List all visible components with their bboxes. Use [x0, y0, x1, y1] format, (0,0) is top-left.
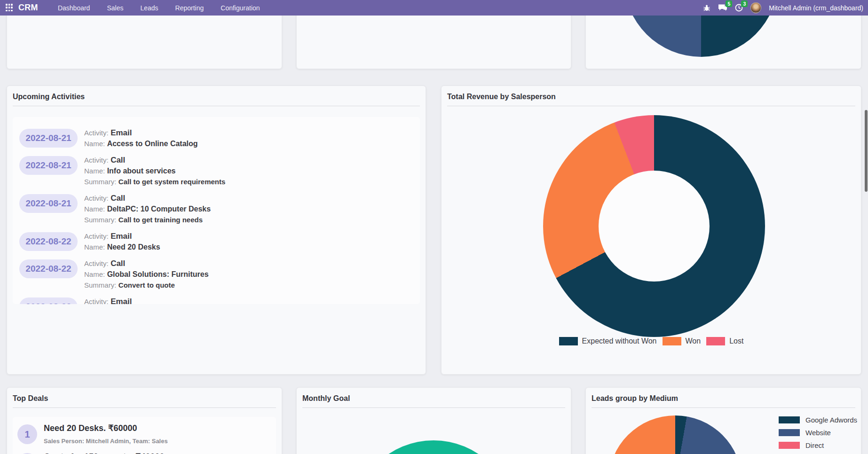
legend-swatch-blue	[779, 429, 800, 436]
total-revenue-title: Total Revenue by Salesperson	[442, 86, 861, 106]
divider	[302, 407, 565, 408]
legend-swatch-pink	[779, 442, 800, 449]
app-name[interactable]: CRM	[18, 3, 38, 13]
activity-list-item[interactable]: 2022-08-21 Activity: Call Name: DeltaPC:…	[19, 193, 420, 225]
legend-item-lost[interactable]: Lost	[706, 337, 743, 345]
legend-item-website[interactable]: Website	[779, 429, 857, 437]
divider	[592, 407, 855, 408]
upcoming-activities-title: Upcoming Activities	[7, 86, 426, 106]
activity-list-item[interactable]: 2022-08-22 Activity: Call Name: Global S…	[19, 258, 420, 290]
top-deals-title: Top Deals	[7, 388, 282, 407]
activity-date-pill: 2022-08-22	[19, 232, 78, 251]
name-label: Name:	[84, 167, 105, 175]
deal-rank-badge: 1	[17, 424, 37, 444]
activities-list: 2022-08-21 Activity: Email Name: Access …	[13, 117, 420, 304]
activity-summary: Convert to quote	[118, 281, 175, 289]
deals-list: 1 Need 20 Desks. ₹60000 Sales Person: Mi…	[13, 417, 276, 454]
activities-clock-icon[interactable]: 3	[735, 4, 743, 12]
activity-name: Access to Online Catalog	[107, 140, 198, 148]
menu-configuration[interactable]: Configuration	[214, 1, 266, 15]
vertical-scrollbar-thumb[interactable]	[865, 110, 868, 192]
legend-swatch-teal	[779, 416, 800, 423]
name-label: Name:	[84, 140, 105, 148]
activity-label: Activity:	[84, 156, 109, 164]
main-menu: Dashboard Sales Leads Reporting Configur…	[51, 1, 267, 15]
summary-label: Summary:	[84, 178, 116, 186]
leads-medium-pie-chart[interactable]	[608, 415, 742, 454]
activity-type: Email	[110, 297, 132, 304]
menu-dashboard[interactable]: Dashboard	[51, 1, 97, 15]
upcoming-activities-card: Upcoming Activities 2022-08-21 Activity:…	[7, 86, 426, 375]
legend-swatch-orange	[663, 337, 681, 345]
divider	[13, 106, 420, 106]
activity-date-pill: 2022-08-22	[19, 259, 78, 278]
total-revenue-card: Total Revenue by Salesperson Expected wi…	[441, 86, 861, 375]
menu-reporting[interactable]: Reporting	[169, 1, 211, 15]
monthly-goal-card: Monthly Goal	[296, 387, 571, 454]
name-label: Name:	[84, 270, 105, 278]
leads-medium-title: Leads group by Medium	[586, 388, 861, 407]
activity-label: Activity:	[84, 129, 109, 137]
activity-list-item[interactable]: 2022-08-21 Activity: Email Name: Access …	[19, 127, 420, 149]
summary-label: Summary:	[84, 216, 116, 224]
activity-label: Activity:	[84, 259, 109, 267]
leads-medium-card: Leads group by Medium Google Adwords Web…	[585, 387, 861, 454]
divider	[447, 106, 855, 106]
legend-item-expected[interactable]: Expected without Won	[559, 337, 657, 345]
apps-grid-icon[interactable]	[6, 4, 14, 12]
user-menu[interactable]: Mitchell Admin (crm_dashboard)	[769, 4, 863, 12]
user-avatar[interactable]	[750, 2, 761, 13]
activity-type: Email	[110, 128, 132, 137]
name-label: Name:	[84, 243, 105, 251]
activity-list-item[interactable]: 2022-08-21 Activity: Call Name: Info abo…	[19, 155, 420, 187]
activity-label: Activity:	[84, 297, 109, 304]
activity-summary: Call to get training needs	[118, 216, 203, 224]
legend-item-won[interactable]: Won	[663, 337, 701, 345]
donut-hole	[599, 171, 710, 282]
deal-list-item[interactable]: 2 Quote for 150 carpets. ₹40000	[17, 451, 276, 454]
menu-leads[interactable]: Leads	[134, 1, 165, 15]
legend-item-direct[interactable]: Direct	[779, 441, 857, 449]
activity-summary: Call to get system requirements	[118, 178, 226, 186]
divider	[13, 407, 276, 408]
legend-swatch-pink	[706, 337, 725, 345]
goal-gauge-chart[interactable]	[353, 440, 514, 454]
activity-type: Call	[110, 156, 125, 164]
summary-label: Summary:	[84, 281, 116, 289]
activity-type: Call	[110, 194, 125, 203]
legend-swatch-teal	[559, 337, 578, 345]
deal-title: Quote for 150 carpets. ₹40000	[44, 451, 165, 454]
revenue-legend: Expected without Won Won Lost	[442, 337, 861, 345]
leads-medium-legend: Google Adwords Website Direct	[779, 416, 857, 454]
revenue-donut-chart[interactable]	[543, 115, 765, 337]
activity-name: Global Solutions: Furnitures	[107, 270, 209, 278]
activity-label: Activity:	[84, 232, 109, 240]
activity-date-pill: 2022-08-22	[19, 297, 78, 304]
activities-count-badge: 3	[741, 0, 748, 7]
activity-list-item[interactable]: 2022-08-22 Activity: Email	[19, 296, 420, 304]
activity-name: Info about services	[107, 167, 176, 175]
monthly-goal-title: Monthly Goal	[297, 388, 571, 407]
menu-sales[interactable]: Sales	[100, 1, 130, 15]
activity-date-pill: 2022-08-21	[19, 194, 78, 213]
deal-title: Need 20 Desks. ₹60000	[44, 423, 168, 434]
deal-subtitle: Sales Person: Mitchell Admin, Team: Sale…	[44, 438, 168, 445]
activity-list-item[interactable]: 2022-08-22 Activity: Email Name: Need 20…	[19, 231, 420, 252]
deal-list-item[interactable]: 1 Need 20 Desks. ₹60000 Sales Person: Mi…	[17, 423, 276, 445]
activity-name: Need 20 Desks	[107, 243, 160, 251]
activity-date-pill: 2022-08-21	[19, 129, 78, 148]
top-deals-card: Top Deals 1 Need 20 Desks. ₹60000 Sales …	[7, 387, 282, 454]
legend-item-google-adwords[interactable]: Google Adwords	[779, 416, 857, 424]
activity-date-pill: 2022-08-21	[19, 156, 78, 175]
top-navbar: CRM Dashboard Sales Leads Reporting Conf…	[0, 0, 868, 16]
debug-bug-icon[interactable]	[703, 4, 710, 12]
activity-type: Call	[110, 259, 125, 268]
name-label: Name:	[84, 205, 105, 213]
activity-name: DeltaPC: 10 Computer Desks	[107, 205, 211, 213]
messages-count-badge: 5	[726, 0, 732, 7]
messages-icon[interactable]: 5	[718, 4, 727, 12]
activity-type: Email	[110, 232, 132, 241]
activity-label: Activity:	[84, 194, 109, 202]
